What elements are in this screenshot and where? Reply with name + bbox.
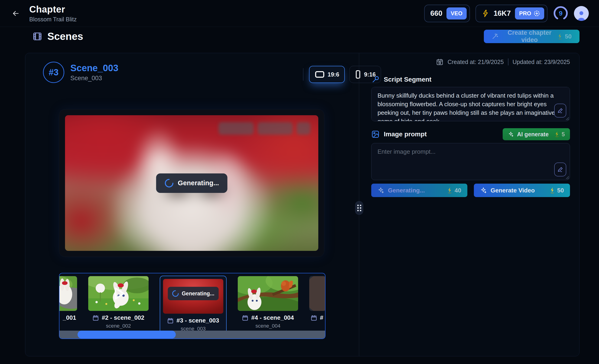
aspect-landscape-label: 19:6 — [328, 71, 339, 78]
generate-video-label: Generate Video — [491, 187, 535, 194]
credits-value: 660 — [430, 9, 442, 18]
generating-overlay: Generating... — [156, 173, 227, 193]
usage-gauge[interactable]: 9 — [553, 6, 568, 21]
resize-handle-icon[interactable] — [565, 116, 569, 120]
plan-badge[interactable]: 16K7 PRO — [476, 5, 547, 22]
aspect-separator — [303, 68, 303, 81]
calendar-clock-icon — [436, 58, 443, 66]
sparkle-icon — [377, 187, 384, 194]
updated-at: Updated at: 23/9/2025 — [513, 59, 570, 65]
play-icon — [109, 285, 127, 303]
create-chapter-video-button[interactable]: Create chapter video 50 — [484, 30, 580, 43]
film-icon — [33, 32, 42, 41]
scene-thumbnail-2[interactable]: #2 - scene_002 scene_002 — [88, 276, 149, 335]
sparkle-icon — [480, 187, 487, 194]
script-edit-button[interactable] — [554, 104, 566, 118]
thumbnail-sublabel: scene_002 — [88, 323, 149, 329]
avatar[interactable] — [574, 6, 589, 21]
pen-icon — [557, 108, 563, 114]
script-segment-label: Script Segment — [384, 76, 431, 83]
wand-icon — [492, 33, 498, 40]
filmstrip-row: _001 — [59, 273, 325, 335]
arrow-left-icon — [12, 9, 20, 18]
thumbnail-label-text: #3 - scene_003 — [176, 317, 219, 324]
page-subtitle: Blossom Trail Blitz — [29, 16, 77, 23]
generate-video-button[interactable]: Generate Video 50 — [474, 184, 570, 197]
pro-pill-label: PRO — [519, 10, 531, 17]
page-title: Chapter — [29, 4, 77, 15]
thumbnail-label-text: #2 - scene_002 — [102, 314, 144, 321]
scene-thumbnail-4[interactable]: #4 - scene_004 scene_004 — [238, 276, 298, 335]
thumbnail-image — [88, 276, 149, 311]
sparkle-icon — [508, 131, 514, 137]
ai-generate-button[interactable]: AI generate 5 — [503, 128, 570, 140]
lightning-icon — [482, 9, 489, 17]
dates-row: Created at: 21/9/2025 Updated at: 23/9/2… — [436, 58, 570, 66]
scene-header: #3 Scene_003 Scene_003 — [43, 62, 347, 83]
plan-value: 16K7 — [493, 9, 511, 18]
play-overlay — [88, 276, 149, 311]
clapperboard-icon — [167, 317, 174, 324]
main-card: #3 Scene_003 Scene_003 19:6 9:16 — [25, 53, 580, 356]
generating-label: Generating... — [178, 179, 219, 187]
app-header: Chapter Blossom Trail Blitz 660 VEO 16K7… — [0, 0, 599, 27]
ai-generate-cost: 5 — [562, 131, 565, 138]
bolt-cost-icon — [549, 187, 555, 193]
back-button[interactable] — [9, 7, 22, 20]
ai-generate-cost-group: 5 — [554, 131, 565, 138]
pro-pill[interactable]: PRO — [515, 8, 544, 19]
thumbnail-image — [238, 276, 298, 311]
veo-pill[interactable]: VEO — [447, 8, 467, 19]
created-at: Created at: 21/9/2025 — [448, 59, 504, 65]
thumbnail-sublabel: scene_004 — [238, 323, 298, 329]
thumbnail-image — [59, 276, 77, 311]
video-preview[interactable]: Generating... — [65, 115, 318, 251]
bolt-cost-icon — [554, 131, 560, 137]
blurred-button — [257, 122, 293, 135]
image-prompt-edit-button[interactable] — [554, 162, 566, 177]
scene-5-art — [309, 276, 326, 311]
microphone-icon — [371, 75, 379, 84]
blurred-toolbar — [219, 122, 310, 135]
thumbnail-label-text: # — [320, 314, 323, 321]
thumbnail-label: #2 - scene_002 — [88, 314, 149, 321]
ai-generate-label: AI generate — [517, 131, 549, 138]
filmstrip-scrollbar-thumb[interactable] — [78, 331, 176, 339]
scene-titles: Scene_003 Scene_003 — [70, 63, 118, 82]
thumbnail-label: #3 - scene_003 — [163, 317, 223, 324]
image-icon — [371, 130, 379, 138]
scene-thumbnail-5[interactable]: # — [309, 276, 326, 335]
actions-row: Generating... 40 Generate Video 50 — [371, 184, 570, 197]
thumbnail-generating-overlay: Generating... — [168, 287, 219, 300]
generating-button[interactable]: Generating... 40 — [371, 184, 467, 197]
clapperboard-icon — [242, 315, 248, 321]
clapperboard-icon — [92, 315, 99, 321]
scene-filmstrip: _001 — [59, 273, 326, 339]
thumbnail-generating-label: Generating... — [182, 290, 214, 297]
thumbnail-label: _001 — [59, 314, 77, 321]
section-title-text: Scenes — [47, 31, 83, 42]
monitor-icon — [315, 70, 325, 78]
gauge-ring-icon — [553, 6, 568, 21]
image-prompt-textarea[interactable] — [371, 143, 570, 180]
script-textarea[interactable]: Bunny skillfully ducks behind a cluster … — [371, 87, 570, 121]
resize-handle-icon[interactable] — [565, 175, 569, 179]
thumbnail-sublabel — [309, 323, 326, 329]
app-screen: Chapter Blossom Trail Blitz 660 VEO 16K7… — [0, 0, 599, 364]
image-prompt-header-row: Image prompt AI generate 5 — [371, 128, 570, 140]
header-right: 660 VEO 16K7 PRO 9 — [424, 5, 589, 22]
credits-badge[interactable]: 660 VEO — [424, 5, 470, 22]
bolt-cost-icon — [557, 33, 563, 39]
generate-video-cost: 50 — [557, 187, 564, 194]
aspect-landscape-button[interactable]: 19:6 — [309, 66, 345, 83]
clapperboard-icon — [311, 315, 317, 321]
thumbnail-label: #4 - scene_004 — [238, 314, 298, 321]
scene-1-art — [59, 276, 77, 311]
bolt-cost-icon — [447, 187, 453, 193]
filmstrip-scrollbar-track[interactable] — [59, 331, 325, 339]
scene-thumbnail-3-selected[interactable]: Generating... #3 - scene_003 scene_003 — [160, 276, 227, 335]
pen-icon — [557, 167, 563, 172]
generating-button-label: Generating... — [388, 187, 425, 194]
plus-circle-icon — [534, 10, 540, 17]
scene-thumbnail-1[interactable]: _001 — [59, 276, 77, 335]
